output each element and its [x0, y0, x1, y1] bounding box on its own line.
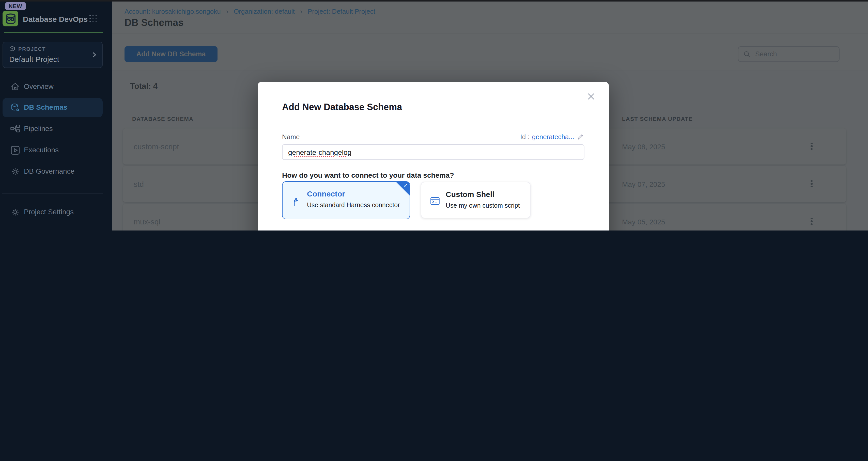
- cube-icon: [9, 46, 15, 52]
- app-root: NEW Database DevOps PROJECT Default Proj…: [0, 0, 868, 230]
- close-icon[interactable]: [585, 91, 597, 102]
- db-schema-icon: [10, 102, 21, 113]
- sidebar-accent-divider: [4, 32, 103, 33]
- database-devops-logo-icon[interactable]: [3, 11, 18, 26]
- home-icon: [10, 81, 21, 92]
- pipelines-icon: [10, 123, 21, 135]
- governance-gear-icon: [10, 166, 21, 177]
- sidebar-item-pipelines[interactable]: Pipelines: [3, 119, 103, 139]
- gear-icon: [10, 207, 21, 218]
- option-title: Custom Shell: [446, 190, 494, 199]
- modal-title: Add New Database Schema: [282, 102, 402, 113]
- name-label: Name: [282, 133, 300, 141]
- new-badge: NEW: [5, 2, 26, 10]
- id-row: Id : generatecha...: [520, 133, 584, 141]
- sidebar-item-db-schemas[interactable]: DB Schemas: [3, 98, 103, 117]
- option-custom-shell[interactable]: Custom Shell Use my own custom script: [421, 182, 531, 218]
- name-field[interactable]: generate-changelog: [282, 144, 584, 160]
- add-schema-modal: Add New Database Schema Name Id : genera…: [258, 82, 609, 230]
- sidebar-item-project-settings[interactable]: Project Settings: [3, 203, 103, 222]
- edit-pencil-icon[interactable]: [577, 133, 584, 141]
- project-selector[interactable]: PROJECT Default Project: [3, 42, 103, 68]
- sidebar-divider: [2, 193, 103, 194]
- executions-icon: [10, 145, 21, 156]
- module-grid-icon[interactable]: [89, 15, 97, 22]
- option-connector[interactable]: Connector Use standard Harness connector…: [282, 181, 410, 219]
- chevron-right-icon: [90, 51, 98, 59]
- connector-label: Connector: [282, 229, 313, 230]
- sidebar-item-executions[interactable]: Executions: [3, 141, 103, 160]
- id-value-link[interactable]: generatecha...: [532, 133, 574, 141]
- app-title: Database DevOps: [23, 15, 88, 23]
- sidebar: NEW Database DevOps PROJECT Default Proj…: [0, 0, 112, 230]
- sidebar-item-overview[interactable]: Overview: [3, 77, 103, 96]
- option-title: Connector: [307, 189, 345, 198]
- window-top-edge: [0, 0, 868, 2]
- option-subtitle: Use my own custom script: [446, 202, 520, 209]
- sidebar-item-db-governance[interactable]: DB Governance: [3, 162, 103, 181]
- connect-question: How do you want to connect to your data …: [282, 171, 454, 179]
- connector-branch-icon: [291, 195, 301, 207]
- check-icon: ✓: [404, 182, 408, 189]
- option-subtitle: Use standard Harness connector: [307, 202, 400, 209]
- terminal-icon: [429, 195, 441, 207]
- id-label: Id :: [520, 133, 530, 141]
- project-selector-label: PROJECT: [18, 46, 46, 52]
- project-selector-name: Default Project: [9, 55, 59, 63]
